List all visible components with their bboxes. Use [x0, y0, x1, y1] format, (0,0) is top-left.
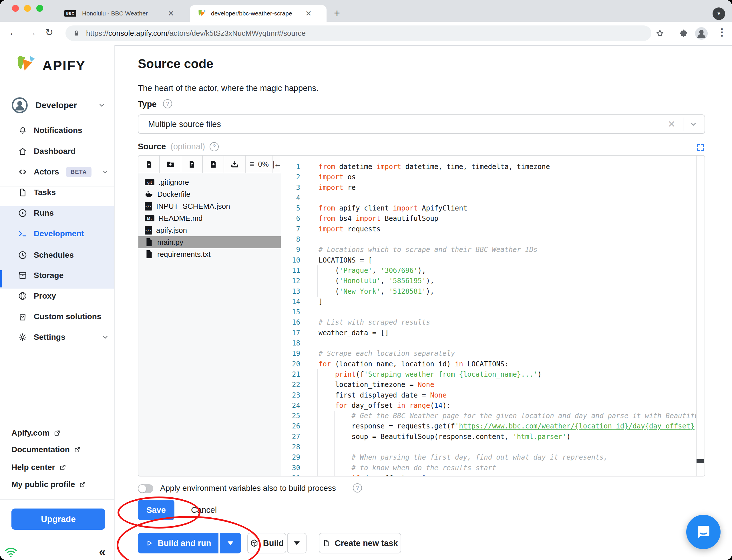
sidebar-item-actors[interactable]: Actors BETA — [18, 164, 109, 180]
gear-icon — [18, 332, 27, 342]
upgrade-button[interactable]: Upgrade — [11, 509, 105, 530]
type-select[interactable]: Multiple source files ✕ — [138, 114, 705, 134]
help-icon[interactable]: ? — [353, 483, 362, 493]
download-button[interactable] — [224, 156, 246, 173]
active-item-indicator — [0, 270, 2, 287]
code-lines: 1from datetime import datetime, time, ti… — [281, 162, 705, 476]
tab-bbc-weather[interactable]: BBC Honolulu - BBC Weather ✕ — [64, 6, 185, 21]
file-row-apify-json[interactable]: </> apify.json — [138, 224, 281, 236]
indent-guide — [334, 411, 335, 476]
divider — [114, 528, 732, 528]
browser-profile-avatar[interactable] — [695, 27, 708, 40]
zoom-control[interactable]: 0% — [246, 156, 273, 173]
build-button[interactable]: Build — [247, 533, 286, 553]
markdown-icon: M↓ — [145, 215, 154, 221]
build-and-run-dropdown[interactable] — [219, 533, 241, 553]
external-link-icon — [53, 429, 61, 437]
sidebar-item-tasks[interactable]: Tasks — [18, 184, 109, 200]
file-row-readme[interactable]: M↓ README.md — [138, 212, 281, 224]
build-dropdown[interactable] — [287, 533, 307, 553]
new-file-icon — [322, 539, 330, 547]
tab-close-icon[interactable]: ✕ — [306, 10, 312, 17]
chat-widget-button[interactable] — [686, 515, 721, 549]
sidebar-item-schedules[interactable]: Schedules — [18, 247, 109, 263]
create-new-task-button[interactable]: Create new task — [319, 533, 401, 553]
link-my-public-profile[interactable]: My public profile — [11, 480, 86, 489]
package-icon — [250, 539, 259, 547]
play-icon — [145, 539, 153, 547]
address-bar[interactable]: https://console.apify.com/actors/dev/k5t… — [66, 25, 651, 41]
sidebar-item-settings[interactable]: Settings — [18, 329, 109, 345]
external-link-icon — [79, 481, 86, 488]
link-apify-com[interactable]: Apify.com — [11, 428, 61, 438]
sidebar-collapse-button[interactable]: « — [99, 545, 106, 559]
expand-fullscreen-icon[interactable] — [696, 143, 705, 152]
page-title: Source code — [138, 57, 213, 71]
editor-scrollbar[interactable] — [696, 156, 705, 476]
back-button[interactable]: ← — [9, 27, 18, 37]
code-editor[interactable]: 1from datetime import datetime, time, ti… — [281, 156, 705, 476]
apify-logo[interactable] — [15, 54, 36, 75]
file-row-main-py-selected[interactable]: main.py — [138, 236, 281, 248]
upload-file-button[interactable] — [181, 156, 203, 173]
git-icon: git — [145, 179, 154, 185]
cancel-button[interactable]: Cancel — [191, 505, 217, 515]
file-icon — [145, 238, 153, 247]
macos-close-button[interactable] — [12, 5, 19, 12]
extensions-puzzle-icon[interactable] — [679, 29, 688, 38]
bbc-favicon: BBC — [64, 10, 76, 17]
reload-button[interactable]: ↻ — [45, 27, 53, 37]
browser-tab-strip: BBC Honolulu - BBC Weather ✕ developer/b… — [0, 0, 732, 22]
apify-favicon — [197, 9, 207, 18]
file-row-gitignore[interactable]: git .gitignore — [138, 176, 281, 188]
sidebar-item-custom-solutions[interactable]: Custom solutions — [18, 309, 109, 325]
source-label-row: Source (optional) ? — [138, 142, 219, 151]
code-brackets-icon — [18, 167, 27, 177]
collapse-panel-icon[interactable]: |← — [273, 156, 281, 173]
chevron-down-icon — [101, 333, 109, 341]
file-row-requirements[interactable]: requirements.txt — [138, 248, 281, 260]
json-file-icon: </> — [145, 202, 152, 211]
env-vars-toggle[interactable] — [138, 484, 153, 493]
save-button[interactable]: Save — [138, 500, 175, 520]
caret-down-icon — [294, 541, 300, 545]
help-icon[interactable]: ? — [210, 142, 219, 151]
new-file-button[interactable] — [138, 156, 160, 173]
new-folder-button[interactable] — [160, 156, 181, 173]
tab-close-icon[interactable]: ✕ — [168, 10, 174, 17]
sidebar-item-proxy[interactable]: Proxy — [18, 288, 109, 304]
external-link-icon — [59, 464, 67, 471]
account-switcher[interactable]: Developer — [11, 97, 106, 113]
tab-apify-console[interactable]: developer/bbc-weather-scrape ✕ — [190, 5, 327, 22]
json-file-icon: </> — [145, 226, 152, 235]
new-tab-button[interactable]: + — [334, 8, 340, 18]
browser-menu-icon[interactable]: ⋮ — [717, 26, 727, 38]
sidebar-item-notifications[interactable]: Notifications — [18, 122, 109, 138]
shopping-bag-icon — [18, 312, 27, 321]
sidebar-item-runs[interactable]: Runs — [18, 205, 109, 221]
forward-button[interactable]: → — [27, 27, 37, 37]
source-optional-label: (optional) — [170, 142, 205, 151]
help-icon[interactable]: ? — [163, 99, 172, 108]
link-documentation[interactable]: Documentation — [11, 445, 81, 454]
clear-selection-icon[interactable]: ✕ — [668, 120, 675, 129]
file-row-dockerfile[interactable]: Dockerfile — [138, 188, 281, 200]
scrollbar-thumb[interactable] — [697, 459, 704, 463]
sidebar-item-development[interactable]: Development — [18, 226, 109, 242]
lock-icon — [72, 29, 80, 37]
browser-window: BBC Honolulu - BBC Weather ✕ developer/b… — [0, 0, 732, 560]
link-help-center[interactable]: Help center — [11, 463, 67, 472]
file-row-input-schema[interactable]: </> INPUT_SCHEMA.json — [138, 200, 281, 212]
import-file-button[interactable] — [203, 156, 224, 173]
macos-minimize-button[interactable] — [24, 5, 31, 12]
macos-zoom-button[interactable] — [36, 5, 43, 12]
sidebar-item-storage[interactable]: Storage — [18, 267, 109, 283]
tab-search-button[interactable]: ▼ — [713, 7, 725, 20]
chevron-down-icon[interactable] — [689, 120, 698, 128]
build-and-run-button[interactable]: Build and run — [138, 533, 219, 553]
sidebar-item-dashboard[interactable]: Dashboard — [18, 143, 109, 159]
divider — [0, 540, 114, 540]
tab-title: Honolulu - BBC Weather — [82, 10, 168, 17]
tab-title: developer/bbc-weather-scrape — [211, 10, 306, 17]
bookmark-star-icon[interactable] — [655, 29, 665, 38]
